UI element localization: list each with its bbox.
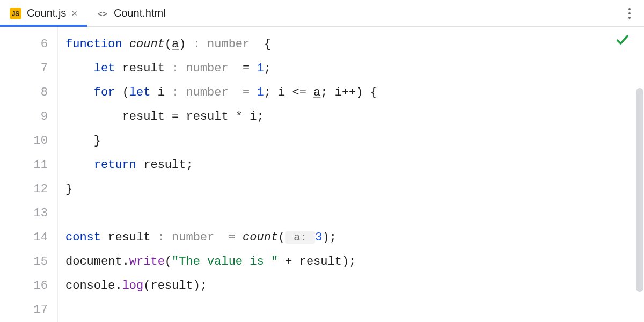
svg-point-3 bbox=[628, 8, 631, 10]
svg-text:<>: <> bbox=[97, 9, 107, 19]
line-number: 12 bbox=[0, 177, 48, 201]
js-file-icon: JS bbox=[10, 8, 21, 19]
line-number: 13 bbox=[0, 201, 48, 225]
code-line[interactable]: result = result * i; bbox=[65, 105, 644, 129]
code-line[interactable]: let result : number = 1; bbox=[65, 56, 644, 80]
line-number: 6 bbox=[0, 32, 48, 56]
tab-label: Count.js bbox=[27, 7, 66, 19]
code-line[interactable]: document.write("The value is " + result)… bbox=[65, 250, 644, 274]
line-number: 15 bbox=[0, 250, 48, 274]
tab-count-js[interactable]: JS Count.js × bbox=[0, 0, 87, 26]
code-line[interactable]: for (let i : number = 1; i <= a; i++) { bbox=[65, 80, 644, 105]
code-editor[interactable]: 67891011121314151617 function count(a) :… bbox=[0, 27, 644, 322]
tab-count-html[interactable]: <> Count.html bbox=[87, 0, 175, 26]
code-line[interactable]: const result : number = count( a: 3); bbox=[65, 225, 644, 250]
svg-text:JS: JS bbox=[12, 10, 20, 18]
code-line[interactable]: return result; bbox=[65, 153, 644, 177]
editor-tabs-bar: JS Count.js × <> Count.html bbox=[0, 0, 644, 27]
svg-point-4 bbox=[628, 12, 631, 14]
code-line[interactable]: } bbox=[65, 129, 644, 153]
vertical-scrollbar[interactable] bbox=[636, 56, 643, 319]
code-line[interactable] bbox=[65, 201, 644, 225]
line-number: 16 bbox=[0, 274, 48, 298]
line-number: 14 bbox=[0, 225, 48, 250]
line-number: 9 bbox=[0, 105, 48, 129]
tab-label: Count.html bbox=[114, 7, 166, 19]
more-actions-button[interactable] bbox=[615, 0, 644, 26]
line-number: 7 bbox=[0, 56, 48, 80]
inspection-ok-icon[interactable] bbox=[615, 32, 630, 56]
line-number: 11 bbox=[0, 153, 48, 177]
line-number-gutter: 67891011121314151617 bbox=[0, 27, 58, 322]
line-number: 17 bbox=[0, 298, 48, 322]
line-number: 8 bbox=[0, 80, 48, 105]
scrollbar-thumb[interactable] bbox=[636, 88, 643, 292]
code-area[interactable]: function count(a) : number { let result … bbox=[58, 27, 644, 322]
more-vertical-icon bbox=[628, 7, 631, 20]
code-line[interactable]: } bbox=[65, 177, 644, 201]
svg-point-5 bbox=[628, 17, 631, 19]
close-icon[interactable]: × bbox=[71, 9, 77, 18]
code-line[interactable] bbox=[65, 298, 644, 322]
line-number: 10 bbox=[0, 129, 48, 153]
code-line[interactable]: function count(a) : number { bbox=[65, 32, 644, 56]
html-file-icon: <> bbox=[97, 8, 108, 19]
code-line[interactable]: console.log(result); bbox=[65, 274, 644, 298]
